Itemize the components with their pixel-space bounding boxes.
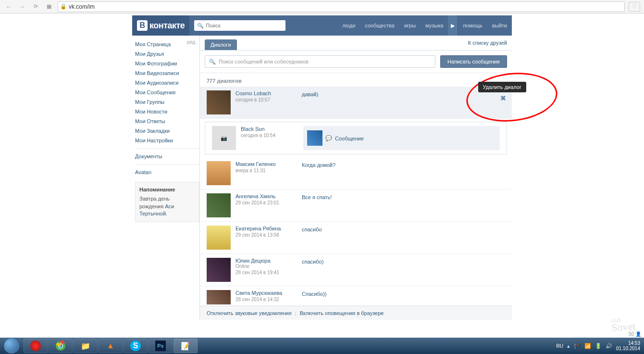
header-nav: люди сообщества игры музыка ▶ помощь вый… [337,15,512,36]
sidebar-photos[interactable]: Мои Фотографии [135,59,199,68]
avatar[interactable] [207,161,231,185]
dialog-online: Online [235,264,298,269]
skype-icon: S [130,341,141,351]
sidebar-videos[interactable]: Мои Видеозаписи [135,68,199,78]
dialog-item[interactable]: Юлия Децюра Online 28 сен 2014 в 19:41 с… [200,254,512,286]
task-vlc[interactable]: ▲ [99,339,123,353]
vk-container: Моя Страница ред. Мои Друзья Мои Фотогра… [132,36,512,320]
sidebar-friends[interactable]: Мои Друзья [135,49,199,59]
nav-help[interactable]: помощь [458,15,487,36]
sidebar-avatan[interactable]: Avatan [135,167,199,177]
dialog-name[interactable]: Екатерина Рябина [235,226,298,231]
avatar[interactable]: 📷 [212,126,236,150]
back-button[interactable]: ← [4,2,13,12]
taskbar: 📁 ▲ S Ps 📝 RU ▴ 🏴 📶 🔋 🔊 14:53 01.10.2014 [0,338,644,354]
delete-tooltip: Удалить диалог [478,82,526,92]
task-explorer[interactable]: 📁 [74,339,98,353]
folder-icon: 📁 [80,340,91,352]
dialog-message: Сообщение [335,135,364,141]
footer-row: Отключить звуковые уведомления | Включит… [200,306,512,320]
notepad-icon: 📝 [180,340,191,352]
tray-lang[interactable]: RU [556,343,563,349]
task-opera[interactable] [24,339,48,353]
reminder-box: Напоминание Завтра день рождения Аси Тер… [135,182,199,222]
tab-dialogs[interactable]: Диалоги [205,39,237,50]
dialog-name[interactable]: Максим Гиленко [235,161,298,167]
tray-clock[interactable]: 14:53 01.10.2014 [616,341,642,351]
avatar[interactable] [207,193,231,217]
disable-sound-link[interactable]: Отключить звуковые уведомления [207,310,292,316]
watermark-count: 50 👤 [629,331,641,337]
sidebar-audio[interactable]: Мои Аудиозаписи [135,78,199,88]
task-chrome[interactable] [49,339,73,353]
tray-volume-icon[interactable]: 🔊 [606,343,612,349]
avatar[interactable] [207,226,231,250]
dialog-item[interactable]: Екатерина Рябина 29 сен 2014 в 13:58 спа… [200,222,512,254]
system-tray: RU ▴ 🏴 📶 🔋 🔊 14:53 01.10.2014 [556,341,644,351]
nav-games[interactable]: игры [399,15,421,36]
dialog-item[interactable]: 📷 Black Sun сегодня в 10:54 💬 Сообщение [205,122,507,154]
task-notepad[interactable]: 📝 [173,339,198,353]
dialog-message: Когда домой? [302,161,335,185]
camera-icon: 📷 [221,135,227,141]
avatar[interactable] [207,258,231,282]
nav-logout[interactable]: выйти [487,15,512,36]
dialog-item[interactable]: Cosmo Lobach сегодня в 10:57 давай) Удал… [200,87,512,119]
dialog-message-box: 💬 Сообщение [303,126,500,150]
dialog-item[interactable]: Ангелина Хмель 29 сен 2014 в 23:01 Все я… [200,190,512,222]
friends-list-link[interactable]: К списку друзей [468,40,507,50]
tray-up-icon[interactable]: ▴ [567,343,570,349]
reload-button[interactable]: ⟳ [31,2,40,12]
sidebar-messages[interactable]: Мои Сообщения [135,88,199,97]
sidebar-bookmarks[interactable]: Мои Закладки [135,126,199,136]
dialog-time: 29 сен 2014 в 13:58 [235,232,298,238]
forward-button[interactable]: → [17,2,27,12]
sidebar-documents[interactable]: Документы [135,152,199,161]
vk-logo[interactable]: B контакте [132,15,189,36]
dialog-name[interactable]: Юлия Децюра [235,258,298,264]
sidebar: Моя Страница ред. Мои Друзья Мои Фотогра… [132,36,199,320]
url-bar[interactable]: 🔒 vk.com/im [58,1,625,12]
tray-flag-icon[interactable]: 🏴 [574,343,581,349]
sidebar-answers[interactable]: Мои Ответы [135,116,199,126]
nav-play-icon[interactable]: ▶ [448,15,458,36]
divider [135,164,199,164]
sidebar-news[interactable]: Мои Новости [135,107,199,116]
vk-logo-text: контакте [149,21,185,31]
dialog-message: спасибо [302,226,322,250]
tray-network-icon[interactable]: 📶 [584,343,591,349]
dialog-name[interactable]: Ангелина Хмель [235,193,298,199]
dialog-time: 28 сен 2014 в 19:41 [235,270,298,275]
delete-dialog-button[interactable]: ✖ [500,94,506,102]
dialog-item[interactable]: Максим Гиленко вчера в 11:31 Когда домой… [200,157,512,190]
dialog-item[interactable]: Света Мурсюкаева 28 сен 2014 в 14:32 Спа… [200,286,512,306]
enable-browser-notif-link[interactable]: Включить оповещения в браузере [300,310,384,316]
dialog-search[interactable]: 🔍 Поиск сообщений или собеседников [205,55,435,68]
nav-music[interactable]: музыка [421,15,448,36]
apps-button[interactable]: ▦ [44,2,54,12]
task-skype[interactable]: S [124,339,148,353]
avatar[interactable] [207,290,231,304]
dialog-time: 28 сен 2014 в 14:32 [235,297,298,302]
dialog-name[interactable]: Cosmo Lobach [235,90,298,96]
sidebar-groups[interactable]: Мои Группы [135,97,199,107]
url-text: vk.com/im [69,3,622,10]
avatar[interactable] [207,90,231,114]
dialog-name[interactable]: Света Мурсюкаева [235,290,298,296]
sidebar-my-page[interactable]: Моя Страница [135,39,171,49]
tray-date: 01.10.2014 [616,346,640,351]
tray-battery-icon[interactable]: 🔋 [595,343,602,349]
sidebar-settings[interactable]: Мои Настройки [135,136,199,145]
tray-time: 14:53 [616,341,640,346]
nav-people[interactable]: люди [337,15,360,36]
nav-communities[interactable]: сообщества [360,15,399,36]
task-photoshop[interactable]: Ps [149,339,173,353]
write-message-button[interactable]: Написать сообщение [440,55,507,68]
start-button[interactable] [0,338,23,354]
favorite-button[interactable]: ♡ [629,2,640,12]
dialog-name[interactable]: Black Sun [241,126,303,132]
lock-icon: 🔒 [60,3,67,10]
header-search[interactable]: 🔍 [194,20,285,31]
sidebar-edit[interactable]: ред. [187,39,197,49]
header-search-input[interactable] [206,23,283,28]
